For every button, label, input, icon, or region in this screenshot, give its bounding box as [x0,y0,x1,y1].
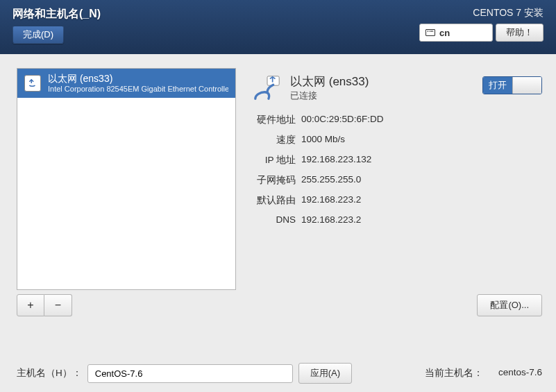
content-area: 以太网 (ens33) Intel Corporation 82545EM Gi… [0,54,556,392]
hostname-label: 主机名（H）： [17,367,82,380]
current-hostname-value: centos-7.6 [498,367,542,380]
hostname-row: 主机名（H）： 应用(A) 当前主机名： centos-7.6 [17,363,542,384]
apply-hostname-button[interactable]: 应用(A) [298,363,352,384]
device-texts: 以太网 (ens33) Intel Corporation 82545EM Gi… [48,74,228,92]
ip-value: 192.168.223.132 [301,154,542,167]
netmask-label: 子网掩码 [253,174,296,187]
remove-device-button[interactable]: − [44,294,72,316]
speed-label: 速度 [253,134,296,146]
connection-switch[interactable]: 打开 [482,76,542,94]
device-name: 以太网 (ens33) [48,74,228,84]
ethernet-large-icon [253,74,282,103]
add-device-button[interactable]: + [17,294,44,316]
hostname-input[interactable] [87,364,293,383]
installer-title: CENTOS 7 安装 [419,7,544,19]
hw-addr-label: 硬件地址 [253,114,296,126]
header-bar: 网络和主机名(_N) 完成(D) CENTOS 7 安装 cn 帮助！ [0,0,556,54]
hw-addr-value: 00:0C:29:5D:6F:DD [301,114,542,126]
speed-value: 1000 Mb/s [301,134,542,146]
header-controls: cn 帮助！ [419,24,544,42]
dns-label: DNS [253,214,296,225]
device-description: Intel Corporation 82545EM Gigabit Ethern… [48,85,228,93]
switch-on-label: 打开 [483,77,512,94]
done-button[interactable]: 完成(D) [12,26,64,44]
keyboard-icon [426,29,435,36]
current-hostname-group: 当前主机名： centos-7.6 [425,367,542,380]
connection-info-table: 硬件地址 00:0C:29:5D:6F:DD 速度 1000 Mb/s IP 地… [253,114,542,225]
connection-status: 已连接 [290,90,369,102]
gateway-value: 192.168.223.2 [301,194,542,207]
ip-label: IP 地址 [253,154,296,167]
header-right: CENTOS 7 安装 cn 帮助！ [419,7,544,47]
configure-button[interactable]: 配置(O)... [477,294,542,316]
dns-value: 192.168.223.2 [301,214,542,225]
connection-switch-container: 打开 [482,76,542,94]
device-item[interactable]: 以太网 (ens33) Intel Corporation 82545EM Gi… [17,69,235,98]
page-title: 网络和主机名(_N) [12,7,101,22]
connection-title-group: 以太网 (ens33) 已连接 [290,74,369,102]
device-list[interactable]: 以太网 (ens33) Intel Corporation 82545EM Gi… [17,68,236,290]
ethernet-icon [24,75,41,92]
input-method-selector[interactable]: cn [419,24,493,42]
netmask-value: 255.255.255.0 [301,174,542,187]
help-button[interactable]: 帮助！ [496,24,544,42]
connection-title: 以太网 (ens33) [290,74,369,90]
switch-handle [512,77,541,94]
header-left: 网络和主机名(_N) 完成(D) [12,7,101,47]
details-column: 以太网 (ens33) 已连接 硬件地址 00:0C:29:5D:6F:DD 速… [253,68,542,342]
device-column: 以太网 (ens33) Intel Corporation 82545EM Gi… [17,68,236,342]
device-list-buttons: + − [17,294,236,316]
current-hostname-label: 当前主机名： [425,367,483,380]
gateway-label: 默认路由 [253,194,296,207]
main-row: 以太网 (ens33) Intel Corporation 82545EM Gi… [17,68,542,342]
input-method-label: cn [439,28,450,38]
